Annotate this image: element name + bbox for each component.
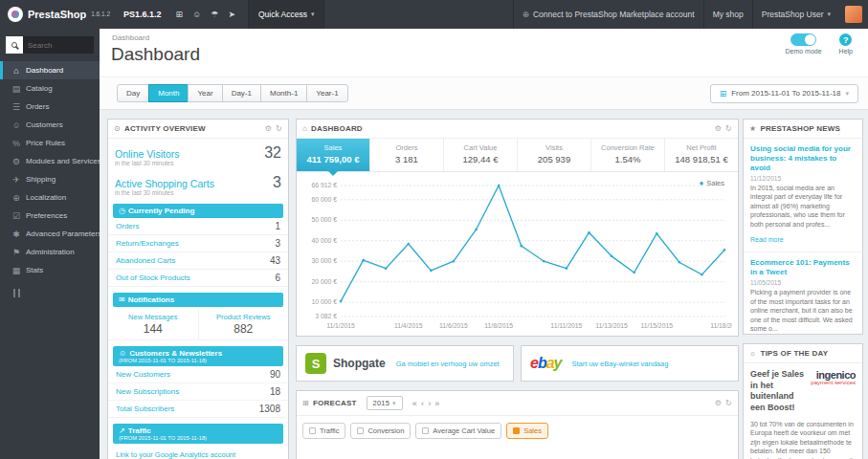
date-range-picker[interactable]: ⊞ From 2015-11-01 To 2015-11-18 ▾ [710,84,858,103]
sidebar-item-stats[interactable]: ▦ Stats [0,261,100,279]
kpi-value: 3 181 [372,154,441,164]
last-page-icon[interactable]: » [434,399,439,408]
sidebar-item-dashboard[interactable]: ⌂ Dashboard [0,61,100,79]
legend-label: Average Cart Value [433,426,495,435]
new-subscriptions-link[interactable]: New Subscriptions [116,387,179,396]
user-menu[interactable]: PrestaShop User ▾ [752,0,839,29]
sidebar-collapse-button[interactable] [13,289,20,297]
filter-month-1-button[interactable]: Month-1 [260,84,307,102]
tips-of-the-day-panel: ☼ TIPS OF THE DAY Geef je Sales in het b… [743,343,863,459]
filter-month-button[interactable]: Month [148,84,189,102]
prev-page-icon[interactable]: ‹ [421,399,424,408]
localization-icon: ⊕ [11,193,21,203]
ebay-tagline-link[interactable]: Start uw eBay-winkel vandaag [572,360,669,368]
sidebar-item-modules[interactable]: ⚙ Modules and Services [0,152,100,170]
online-visitors-link[interactable]: Online Visitors [115,148,180,160]
forecast-legend-conversion[interactable]: Conversion [350,423,411,439]
pending-orders-link[interactable]: Orders [116,222,139,230]
help-button[interactable]: ? Help [839,33,853,55]
kpi-sales[interactable]: Sales 411 759,00 € [297,139,370,171]
my-shop-link[interactable]: My shop [703,0,752,29]
toggle-on-icon[interactable] [790,33,816,46]
sidebar-item-preferences[interactable]: ☑ Preferences [0,207,100,225]
kpi-visits[interactable]: Visits 205 939 [518,139,591,171]
main-content: Dashboard Dashboard Demo mode ? Help Day… [100,29,868,459]
sidebar-item-customers[interactable]: ☺ Customers [0,116,100,134]
kpi-net-profit[interactable]: Net Profit 148 918,51 € [665,139,738,171]
product-reviews-cell[interactable]: Product Reviews 882 [198,309,289,339]
user-avatar[interactable] [845,6,862,23]
stats-icon: ▦ [11,266,21,275]
sidebar-item-localization[interactable]: ⊕ Localization [0,188,100,207]
total-subscribers-link[interactable]: Total Subscribers [116,404,174,413]
search-input[interactable] [23,36,94,54]
sidebar-item-shipping[interactable]: ✈ Shipping [0,170,100,188]
sidebar-item-advanced-parameters[interactable]: ✱ Advanced Parameters [0,225,100,243]
svg-text:20 000 €: 20 000 € [312,278,338,285]
shopgate-logo-icon: S [305,353,326,374]
new-messages-cell[interactable]: New Messages 144 [108,309,198,339]
filter-day-1-button[interactable]: Day-1 [222,84,261,102]
out-of-stock-link[interactable]: Out of Stock Products [116,273,190,282]
sidebar-item-catalog[interactable]: ▤ Catalog [0,79,100,98]
sidebar-item-orders[interactable]: ☰ Orders [0,98,100,116]
pending-row: Abandoned Carts 43 [108,252,288,270]
refresh-icon[interactable]: ↻ [276,124,282,133]
article-headline-link[interactable]: Using social media for your business: 4 … [750,144,856,173]
filter-day-button[interactable]: Day [117,84,149,102]
news-panel-header: ★ PRESTASHOP NEWS [744,120,862,139]
product-reviews-value: 882 [201,322,287,336]
forecast-legend-sales[interactable]: Sales [506,423,548,439]
forecast-legend-average-cart-value[interactable]: Average Cart Value [415,423,501,439]
filter-year-button[interactable]: Year [188,84,222,102]
forecast-legend-traffic[interactable]: Traffic [302,423,345,439]
abandoned-carts-link[interactable]: Abandoned Carts [116,256,175,265]
topbar: PrestaShop 1.6.1.2 PS1.6.1.2 ⊞ ☺ ☂ ➤ Qui… [0,0,868,29]
sidebar-item-price-rules[interactable]: % Price Rules [0,134,100,152]
new-customers-link[interactable]: New Customers [116,370,170,379]
read-more-link[interactable]: Read more [750,236,784,243]
sidebar-item-administration[interactable]: ⚑ Administration [0,243,100,261]
online-visitors-caption: in the last 30 minutes [115,160,281,166]
article-excerpt: Picking a payment provider is one of the… [750,288,856,333]
marketplace-link[interactable]: ⊕ Connect to PrestaShop Marketplace acco… [513,0,703,29]
first-page-icon[interactable]: « [412,399,417,408]
forecast-year-select[interactable]: 2015 ▾ [367,396,403,410]
cart-icon[interactable]: ⊞ [176,10,184,19]
search-icon[interactable] [6,36,23,54]
gear-icon[interactable]: ⚙ [715,124,722,133]
breadcrumb: Dashboard [112,33,149,42]
kpi-label: Conversion Rate [593,143,662,152]
ebay-module-card[interactable]: ebay Start uw eBay-winkel vandaag [521,345,739,382]
pending-returns-link[interactable]: Return/Exchanges [116,239,179,248]
google-analytics-link[interactable]: Link to your Google Analytics account [108,444,288,459]
traffic-header: ↗Traffic (FROM 2015-11-01 TO 2015-11-18) [113,424,283,444]
shopgate-tagline-link[interactable]: Ga mobiel en verhoog uw omzet [396,360,500,368]
next-page-icon[interactable]: › [428,399,431,408]
kpi-cart-value[interactable]: Cart Value 129,44 € [444,139,518,171]
kpi-orders[interactable]: Orders 3 181 [370,139,444,171]
header-tools: Demo mode ? Help [785,33,853,55]
gear-icon[interactable]: ⚙ [715,399,722,407]
refresh-icon[interactable]: ↻ [725,124,732,133]
gear-icon[interactable]: ⚙ [265,124,272,133]
active-carts-link[interactable]: Active Shopping Carts [115,178,214,189]
online-visitors-value: 32 [264,144,281,162]
employees-icon[interactable]: ☺ [192,10,201,19]
shop-name[interactable]: PS1.6.1.2 [123,10,162,19]
svg-text:11/1/2015: 11/1/2015 [326,322,355,329]
prestashop-logo[interactable]: PrestaShop 1.6.1.2 [0,7,118,22]
kpi-conversion-rate[interactable]: Conversion Rate 1.54% [591,139,665,171]
filter-year-1-button[interactable]: Year-1 [306,84,347,102]
ingenico-logo[interactable]: ingenico payment services [811,369,856,414]
support-icon[interactable]: ☂ [211,10,218,19]
shopgate-module-card[interactable]: S Shopgate Ga mobiel en verhoog uw omzet [296,345,514,382]
demo-mode-toggle[interactable]: Demo mode [785,33,821,55]
article-headline-link[interactable]: Ecommerce 101: Payments in a Tweet [750,258,856,277]
catalog-icon: ▤ [11,84,21,94]
refresh-icon[interactable]: ↻ [725,399,732,407]
onboarding-rocket-icon[interactable]: ➤ [228,10,235,19]
quick-access-menu[interactable]: Quick Access ▾ [248,0,325,29]
sidebar-item-label: Customers [26,120,63,129]
brand-name: PrestaShop [28,9,86,20]
